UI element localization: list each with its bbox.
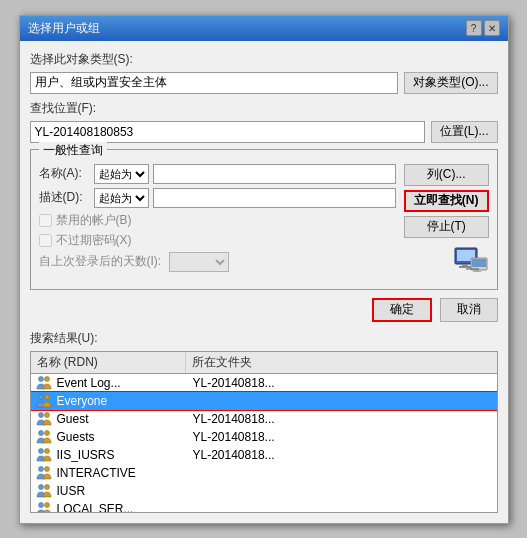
desc-input[interactable]	[153, 188, 396, 208]
group-icon	[35, 465, 53, 481]
right-buttons: 列(C)... 立即查找(N) 停止(T)	[404, 164, 489, 281]
table-row[interactable]: Everyone	[31, 392, 497, 410]
close-button[interactable]: ✕	[484, 20, 500, 36]
table-row[interactable]: IUSR	[31, 482, 497, 500]
stop-button[interactable]: 停止(T)	[404, 216, 489, 238]
desc-starts-select[interactable]: 起始为	[94, 188, 149, 208]
svg-point-24	[44, 502, 49, 507]
result-name: Guest	[53, 412, 193, 426]
name-row: 名称(A): 起始为	[39, 164, 396, 184]
results-label: 搜索结果(U):	[30, 330, 498, 347]
location-value: YL-201408180853	[30, 121, 425, 143]
groupbox-title: 一般性查询	[39, 142, 107, 159]
svg-rect-3	[459, 266, 471, 268]
table-row[interactable]: Event Log...YL-20140818...	[31, 374, 497, 392]
dialog-title: 选择用户或组	[28, 20, 100, 37]
result-name: Everyone	[53, 394, 193, 408]
group-icon	[35, 393, 53, 409]
group-icon	[35, 447, 53, 463]
result-folder: YL-20140818...	[193, 412, 497, 426]
svg-point-16	[44, 430, 49, 435]
desc-label: 描述(D):	[39, 189, 94, 206]
desc-row: 描述(D): 起始为	[39, 188, 396, 208]
location-row: YL-201408180853 位置(L)...	[30, 121, 498, 143]
table-row[interactable]: GuestYL-20140818...	[31, 410, 497, 428]
result-folder: YL-20140818...	[193, 430, 497, 444]
no-expire-checkbox[interactable]	[39, 234, 52, 247]
confirm-row: 确定 取消	[30, 298, 498, 322]
location-label: 查找位置(F):	[30, 100, 498, 117]
result-name: IIS_IUSRS	[53, 448, 193, 462]
svg-point-22	[44, 484, 49, 489]
table-row[interactable]: IIS_IUSRSYL-20140818...	[31, 446, 497, 464]
days-row: 自上次登录后的天数(I):	[39, 252, 396, 272]
svg-point-18	[44, 448, 49, 453]
cancel-button[interactable]: 取消	[440, 298, 498, 322]
svg-point-23	[38, 502, 43, 507]
no-expire-row: 不过期密码(X)	[39, 232, 396, 249]
svg-point-21	[38, 484, 43, 489]
col-folder-header: 所在文件夹	[186, 352, 258, 373]
general-query-groupbox: 一般性查询 名称(A): 起始为 描述(D): 起始为	[30, 149, 498, 290]
results-header: 名称 (RDN) 所在文件夹	[30, 351, 498, 373]
days-label: 自上次登录后的天数(I):	[39, 253, 169, 270]
svg-point-9	[38, 376, 43, 381]
name-label: 名称(A):	[39, 165, 94, 182]
results-list[interactable]: Event Log...YL-20140818... Everyone Gues…	[30, 373, 498, 513]
form-and-buttons: 名称(A): 起始为 描述(D): 起始为	[39, 164, 489, 281]
result-name: INTERACTIVE	[53, 466, 193, 480]
group-icon	[35, 375, 53, 391]
svg-point-17	[38, 448, 43, 453]
table-row[interactable]: GuestsYL-20140818...	[31, 428, 497, 446]
network-icon-area	[404, 246, 489, 281]
form-fields: 名称(A): 起始为 描述(D): 起始为	[39, 164, 396, 281]
title-bar-buttons: ? ✕	[466, 20, 500, 36]
svg-point-14	[44, 412, 49, 417]
name-input[interactable]	[153, 164, 396, 184]
result-name: Guests	[53, 430, 193, 444]
result-name: LOCAL SER...	[53, 502, 193, 513]
object-type-value: 用户、组或内置安全主体	[30, 72, 399, 94]
results-section: 搜索结果(U): 名称 (RDN) 所在文件夹 Event Log...YL-2…	[30, 330, 498, 513]
no-expire-label: 不过期密码(X)	[56, 232, 132, 249]
col-name-header: 名称 (RDN)	[31, 352, 186, 373]
table-row[interactable]: INTERACTIVE	[31, 464, 497, 482]
svg-point-11	[38, 394, 43, 399]
svg-point-20	[44, 466, 49, 471]
network-icon	[453, 246, 489, 278]
svg-point-19	[38, 466, 43, 471]
svg-rect-5	[472, 259, 486, 267]
object-type-label: 选择此对象类型(S):	[30, 51, 498, 68]
title-bar: 选择用户或组 ? ✕	[20, 16, 508, 41]
svg-point-15	[38, 430, 43, 435]
group-icon	[35, 411, 53, 427]
object-type-row: 用户、组或内置安全主体 对象类型(O)...	[30, 72, 498, 94]
disabled-accounts-label: 禁用的帐户(B)	[56, 212, 132, 229]
svg-point-10	[44, 376, 49, 381]
help-button[interactable]: ?	[466, 20, 482, 36]
svg-point-12	[44, 394, 49, 399]
disabled-accounts-checkbox[interactable]	[39, 214, 52, 227]
result-name: IUSR	[53, 484, 193, 498]
group-icon	[35, 429, 53, 445]
group-icon	[35, 501, 53, 513]
name-starts-select[interactable]: 起始为	[94, 164, 149, 184]
location-button[interactable]: 位置(L)...	[431, 121, 498, 143]
groupbox-inner: 名称(A): 起始为 描述(D): 起始为	[39, 164, 489, 281]
dialog-body: 选择此对象类型(S): 用户、组或内置安全主体 对象类型(O)... 查找位置(…	[20, 41, 508, 523]
result-folder: YL-20140818...	[193, 448, 497, 462]
object-type-button[interactable]: 对象类型(O)...	[404, 72, 497, 94]
result-folder: YL-20140818...	[193, 376, 497, 390]
result-name: Event Log...	[53, 376, 193, 390]
select-user-dialog: 选择用户或组 ? ✕ 选择此对象类型(S): 用户、组或内置安全主体 对象类型(…	[19, 15, 509, 524]
svg-rect-7	[473, 271, 481, 272]
disabled-accounts-row: 禁用的帐户(B)	[39, 212, 396, 229]
search-now-button[interactable]: 立即查找(N)	[404, 190, 489, 212]
days-select[interactable]	[169, 252, 229, 272]
svg-point-13	[38, 412, 43, 417]
confirm-button[interactable]: 确定	[372, 298, 432, 322]
group-icon	[35, 483, 53, 499]
col-button[interactable]: 列(C)...	[404, 164, 489, 186]
table-row[interactable]: LOCAL SER...	[31, 500, 497, 513]
